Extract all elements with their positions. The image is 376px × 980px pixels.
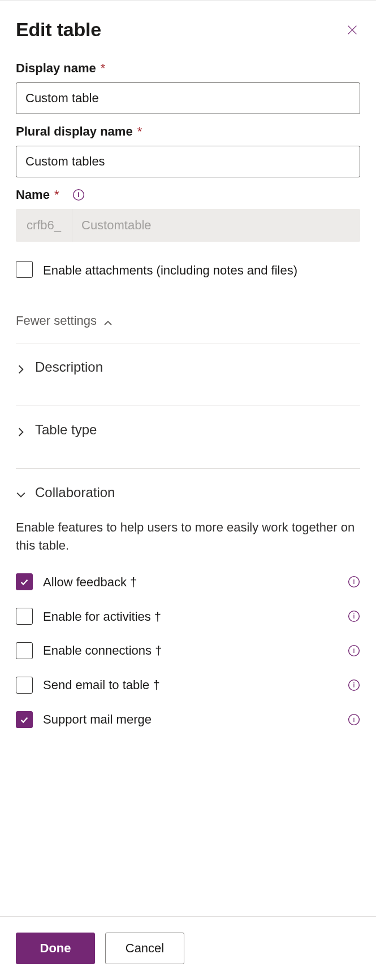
svg-text:i: i bbox=[353, 612, 355, 620]
chevron-up-icon bbox=[103, 316, 113, 325]
table-type-section-toggle[interactable]: Table type bbox=[16, 406, 360, 454]
chevron-right-icon bbox=[16, 362, 26, 372]
allow-feedback-row: Allow feedback † i bbox=[16, 565, 360, 599]
plural-name-field: Plural display name * bbox=[16, 124, 360, 177]
svg-text:i: i bbox=[353, 646, 355, 655]
name-field: Name * i crfb6_ bbox=[16, 188, 360, 242]
mail-merge-label: Support mail merge bbox=[43, 710, 338, 729]
plural-name-label-text: Plural display name bbox=[16, 124, 133, 139]
mail-merge-checkbox[interactable] bbox=[16, 711, 33, 728]
name-label-text: Name bbox=[16, 188, 50, 202]
panel-footer: Done Cancel bbox=[0, 916, 376, 980]
allow-feedback-label: Allow feedback † bbox=[43, 573, 338, 591]
send-email-row: Send email to table † i bbox=[16, 668, 360, 702]
enable-connections-checkbox[interactable] bbox=[16, 642, 33, 659]
cancel-button[interactable]: Cancel bbox=[105, 933, 184, 964]
scroll-area[interactable]: Display name * Plural display name * Nam… bbox=[0, 51, 376, 916]
svg-text:i: i bbox=[353, 715, 355, 724]
edit-table-panel: Edit table Display name * Plural display… bbox=[0, 0, 376, 980]
required-marker: * bbox=[137, 124, 142, 139]
enable-activities-label: Enable for activities † bbox=[43, 607, 338, 626]
collaboration-section-toggle[interactable]: Collaboration bbox=[16, 469, 360, 516]
close-button[interactable] bbox=[344, 22, 360, 38]
info-icon[interactable]: i bbox=[348, 610, 360, 622]
chevron-right-icon bbox=[16, 425, 26, 435]
name-label: Name * i bbox=[16, 188, 360, 202]
info-icon[interactable]: i bbox=[348, 576, 360, 588]
collaboration-description: Enable features to help users to more ea… bbox=[16, 519, 360, 555]
description-section-label: Description bbox=[35, 359, 103, 375]
svg-text:i: i bbox=[78, 190, 80, 199]
enable-connections-label: Enable connections † bbox=[43, 641, 338, 660]
plural-name-label: Plural display name * bbox=[16, 124, 360, 139]
enable-activities-row: Enable for activities † i bbox=[16, 599, 360, 634]
allow-feedback-checkbox[interactable] bbox=[16, 573, 33, 590]
chevron-down-icon bbox=[16, 487, 26, 498]
display-name-label: Display name * bbox=[16, 61, 360, 76]
panel-header: Edit table bbox=[0, 1, 376, 51]
plural-name-input[interactable] bbox=[16, 146, 360, 177]
name-prefix: crfb6_ bbox=[16, 209, 72, 242]
info-icon[interactable]: i bbox=[72, 189, 85, 201]
panel-title: Edit table bbox=[16, 19, 101, 41]
svg-text:i: i bbox=[353, 681, 355, 689]
name-input-row: crfb6_ bbox=[16, 209, 360, 242]
required-marker: * bbox=[101, 61, 106, 76]
info-icon[interactable]: i bbox=[348, 644, 360, 657]
description-section-toggle[interactable]: Description bbox=[16, 343, 360, 391]
enable-attachments-label: Enable attachments (including notes and … bbox=[43, 261, 297, 280]
done-button[interactable]: Done bbox=[16, 933, 95, 964]
mail-merge-row: Support mail merge i bbox=[16, 702, 360, 737]
info-icon[interactable]: i bbox=[348, 713, 360, 726]
name-input bbox=[72, 209, 360, 242]
svg-text:i: i bbox=[353, 578, 355, 586]
enable-connections-row: Enable connections † i bbox=[16, 633, 360, 668]
display-name-input[interactable] bbox=[16, 82, 360, 114]
collaboration-section-label: Collaboration bbox=[35, 485, 115, 500]
fewer-settings-label: Fewer settings bbox=[16, 313, 97, 328]
display-name-field: Display name * bbox=[16, 61, 360, 114]
send-email-label: Send email to table † bbox=[43, 676, 338, 694]
display-name-label-text: Display name bbox=[16, 61, 96, 76]
enable-attachments-checkbox[interactable] bbox=[16, 261, 33, 278]
send-email-checkbox[interactable] bbox=[16, 677, 33, 694]
required-marker: * bbox=[54, 188, 59, 202]
close-icon bbox=[346, 24, 358, 36]
info-icon[interactable]: i bbox=[348, 679, 360, 691]
table-type-section-label: Table type bbox=[35, 422, 97, 438]
fewer-settings-toggle[interactable]: Fewer settings bbox=[16, 313, 360, 328]
enable-activities-checkbox[interactable] bbox=[16, 608, 33, 625]
enable-attachments-row: Enable attachments (including notes and … bbox=[16, 261, 360, 280]
